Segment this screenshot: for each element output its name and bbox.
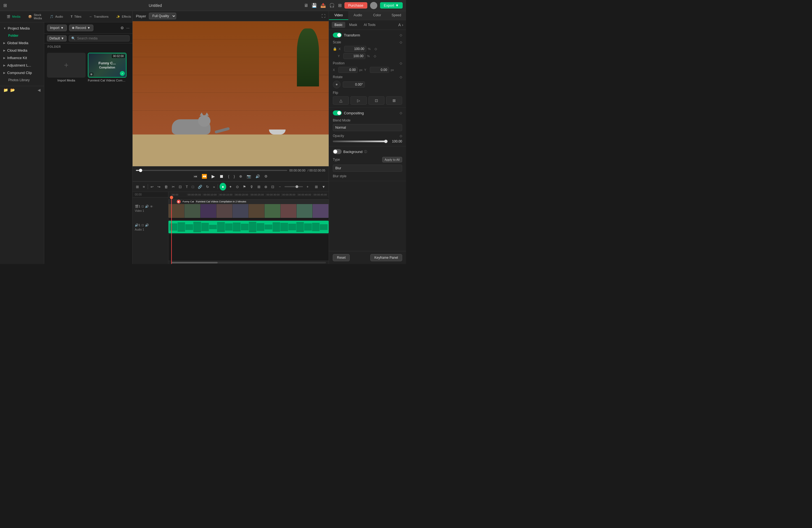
sound-button[interactable]: 🔊 — [256, 174, 260, 178]
rotate-input[interactable] — [343, 82, 365, 88]
sub-tab-mask[interactable]: Mask — [346, 22, 360, 28]
transition-button[interactable]: ⊞ — [256, 184, 262, 189]
video-track-copy-icon[interactable]: ⊡ — [141, 205, 144, 208]
scrollbar-thumb[interactable] — [171, 262, 218, 263]
tab-audio[interactable]: Audio — [348, 11, 367, 20]
compositing-diamond[interactable]: ◇ — [400, 111, 402, 115]
scale-x-input[interactable] — [344, 46, 366, 52]
import-media-item[interactable]: + Import Media — [47, 53, 86, 82]
snap-button[interactable]: ✦ — [228, 184, 233, 189]
blend-mode-select[interactable]: Normal — [333, 124, 402, 131]
settings-icon[interactable]: ⊞ — [3, 3, 7, 8]
audio-track-volume-icon[interactable]: 🔊 — [145, 223, 149, 227]
grid-view-button[interactable]: ⊞ — [135, 184, 140, 189]
import-button[interactable]: Import ▼ — [47, 25, 67, 31]
redo-button[interactable]: ↪ — [156, 184, 162, 189]
more-tl-button[interactable]: » — [212, 184, 216, 189]
opacity-handle[interactable] — [384, 140, 388, 143]
tab-transitions[interactable]: ↔ Transitions — [85, 11, 112, 22]
undo-button[interactable]: ↩ — [149, 184, 155, 189]
new-folder-icon[interactable]: 📁 — [3, 88, 8, 92]
video-thumb[interactable]: Funny C... Compilation 00:02:00 ⊞ ✓ — [88, 53, 127, 78]
rotate-dial[interactable] — [333, 80, 340, 88]
progress-bar[interactable] — [136, 170, 287, 171]
tab-effects[interactable]: ✨ Effects — [112, 11, 135, 22]
adjustment-header[interactable]: ▶ Adjustment L... — [0, 62, 44, 69]
compositing-toggle[interactable] — [333, 111, 342, 115]
pip-button[interactable]: ⊡ — [270, 184, 275, 189]
add-to-timeline-button[interactable]: ⊕ — [239, 174, 242, 178]
zoom-handle[interactable] — [295, 185, 298, 188]
video-clip-item[interactable]: Funny C... Compilation 00:02:00 ⊞ ✓ Funn… — [88, 53, 127, 82]
mark-in-button[interactable]: { — [228, 174, 229, 178]
opacity-diamond[interactable]: ◇ — [400, 134, 402, 138]
search-input[interactable] — [77, 36, 127, 40]
shape-button[interactable]: □ — [191, 184, 195, 189]
video-clip[interactable]: ▶ Funny Cat Funniest Cat Videos Compilat… — [169, 199, 329, 218]
progress-handle[interactable] — [139, 169, 142, 172]
timeline-view-button[interactable]: ≡ — [142, 184, 146, 189]
background-toggle[interactable] — [333, 149, 342, 154]
player-progress[interactable]: 00:00:00:00 / 00:02:00:05 — [136, 169, 325, 172]
sort-select[interactable]: Default ▼ — [47, 35, 67, 41]
rotate-clip-button[interactable]: ↻ — [205, 184, 210, 189]
rotate-diamond[interactable]: ◇ — [400, 75, 402, 79]
purchase-button[interactable]: Purchase — [344, 2, 367, 9]
apply-to-all-button[interactable]: Apply to All — [382, 157, 402, 162]
record-button[interactable]: Record ▼ — [69, 25, 93, 31]
frame-back-button[interactable]: ⏪ — [202, 174, 207, 179]
delete-button[interactable]: 🗑 — [163, 184, 169, 189]
zoom-out-button[interactable]: － — [277, 184, 283, 190]
video-track-eye-icon[interactable]: 👁 — [150, 205, 153, 208]
skip-back-button[interactable]: ⏮ — [193, 174, 197, 178]
tab-titles[interactable]: T Titles — [67, 11, 85, 22]
scrollbar-track[interactable] — [171, 262, 326, 263]
tab-speed[interactable]: Speed — [387, 11, 406, 20]
flip-h-mirror-button[interactable]: ⊡ — [368, 97, 385, 105]
mic-button[interactable]: 🎙 — [249, 184, 255, 189]
nav-prev-icon[interactable]: A — [398, 23, 401, 27]
camera-button[interactable]: 📷 — [247, 174, 251, 178]
tab-audio[interactable]: 🎵 Audio — [46, 11, 67, 22]
tab-media[interactable]: 🎬 Media — [3, 11, 24, 22]
audio-clip[interactable] — [169, 221, 329, 233]
upload-icon[interactable]: 📤 — [320, 3, 326, 8]
global-media-header[interactable]: ▶ Global Media — [0, 39, 44, 47]
scale-y-diamond[interactable]: ◇ — [374, 54, 376, 58]
nav-next-icon[interactable]: › — [402, 23, 403, 27]
background-info-icon[interactable]: ⓘ — [364, 150, 367, 154]
play-button[interactable]: ▶ — [212, 174, 215, 179]
position-diamond[interactable]: ◇ — [400, 61, 402, 65]
timeline-scrollbar[interactable] — [169, 261, 329, 264]
scale-diamond[interactable]: ◇ — [400, 40, 402, 44]
cut-button[interactable]: ✂ — [171, 184, 176, 189]
flip-v-mirror-button[interactable]: ⊠ — [386, 97, 402, 105]
flip-vertical-button[interactable]: ▷ — [350, 97, 366, 105]
filter-icon-button[interactable]: ⚙ — [120, 26, 124, 30]
zoom-slider[interactable] — [285, 186, 303, 187]
audio-track-copy-icon[interactable]: ⊡ — [141, 223, 144, 227]
sub-tab-ai[interactable]: AI Tools — [361, 22, 378, 28]
influence-kit-header[interactable]: ▶ Influence Kit — [0, 54, 44, 62]
fullscreen-icon-button[interactable]: ⛶ — [321, 14, 325, 18]
export-button[interactable]: Export ▼ — [380, 2, 403, 9]
save-icon[interactable]: 💾 — [311, 3, 317, 8]
scale-x-diamond[interactable]: ◇ — [375, 47, 377, 51]
import-thumb[interactable]: + — [47, 53, 86, 78]
scale-y-input[interactable] — [343, 53, 365, 59]
text-button[interactable]: T — [185, 184, 189, 189]
folder-add-icon[interactable]: 📂 — [10, 88, 15, 92]
scale-lock-icon[interactable]: 🔒 — [333, 47, 337, 51]
sidebar-item-folder[interactable]: Folder — [0, 32, 44, 39]
headphone-icon[interactable]: 🎧 — [329, 3, 335, 8]
monitor-icon[interactable]: 🖥 — [304, 3, 308, 8]
background-type-select[interactable]: Blur — [333, 165, 402, 172]
opacity-slider[interactable] — [333, 141, 388, 142]
ripple-button[interactable]: ⊙ — [235, 184, 240, 189]
cloud-media-header[interactable]: ▶ Cloud Media — [0, 47, 44, 54]
keyframe-panel-button[interactable]: Keyframe Panel — [371, 254, 402, 261]
stop-button[interactable]: ⏹ — [219, 174, 224, 179]
layout-toggle[interactable]: ⊞ — [314, 184, 319, 189]
quality-select[interactable]: Full Quality — [149, 13, 176, 19]
collapse-panel-button[interactable]: ◀ — [38, 88, 41, 92]
